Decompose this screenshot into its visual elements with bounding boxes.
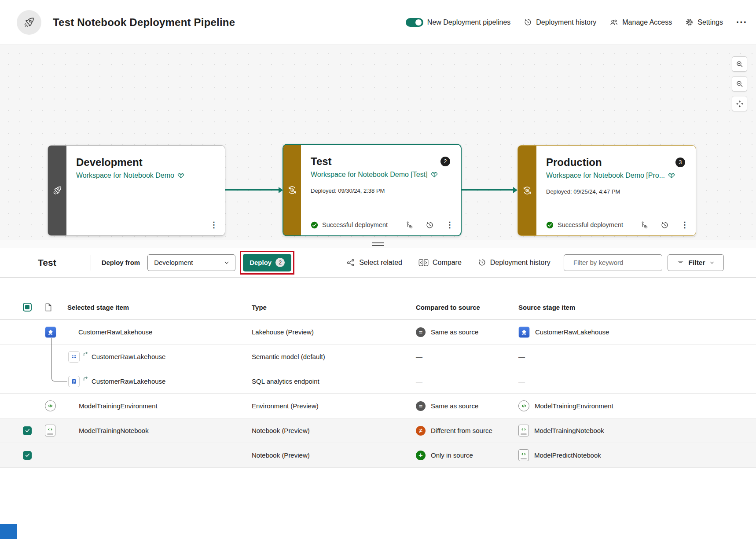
select-related-button[interactable]: Select related xyxy=(346,258,402,267)
check-icon xyxy=(25,428,30,433)
only-in-source-icon: + xyxy=(416,451,426,460)
compared-status: Same as source xyxy=(431,402,478,410)
header-actions: New Deployment pipelines Deployment hist… xyxy=(406,18,747,27)
pipeline-avatar xyxy=(17,10,41,35)
compared-status: — xyxy=(416,378,422,385)
sql-endpoint-icon xyxy=(68,376,80,387)
source-item-name: — xyxy=(518,378,525,385)
zoom-out-button[interactable] xyxy=(732,76,747,92)
stage-history-button[interactable] xyxy=(426,221,434,229)
compare-button[interactable]: Compare xyxy=(418,258,462,267)
notebook-icon xyxy=(45,425,55,436)
stage-card-test[interactable]: Test 2 Workspace for Notebook Demo [Test… xyxy=(283,144,462,236)
sync-icon xyxy=(287,185,297,195)
stage-rail-production xyxy=(518,146,536,235)
table-row[interactable]: — Notebook (Preview) + Only in source Mo… xyxy=(0,443,756,468)
history-clock-icon xyxy=(661,221,669,229)
flow-arrow-test-to-prod xyxy=(462,189,514,191)
fit-to-screen-button[interactable] xyxy=(732,96,747,111)
deploy-from-select[interactable]: Development xyxy=(147,254,235,271)
same-as-source-icon: = xyxy=(416,401,426,411)
deployed-timestamp: Deployed: 09/25/24, 4:47 PM xyxy=(546,188,689,195)
history-clock-icon xyxy=(524,18,532,26)
stage-card-footer: Successful deployment ⋮ xyxy=(301,214,461,235)
chevron-down-icon xyxy=(709,260,715,265)
fit-to-screen-icon xyxy=(736,100,744,108)
stage-rail-test xyxy=(283,145,301,235)
deploy-highlight-annotation: Deploy 2 xyxy=(240,251,294,275)
table-row[interactable]: CustomerRawLakehouse SQL analytics endpo… xyxy=(0,369,756,394)
stage-items-table: Selected stage item Type Compared to sou… xyxy=(0,278,756,468)
toolbar-divider xyxy=(91,255,91,271)
compare-icon xyxy=(418,258,429,267)
row-checkbox[interactable] xyxy=(23,451,32,460)
table-row[interactable]: ModelTrainingNotebook Notebook (Preview)… xyxy=(0,418,756,443)
col-source-stage-item: Source stage item xyxy=(518,304,756,311)
stage-history-button[interactable] xyxy=(661,221,669,229)
deployed-timestamp: Deployed: 09/30/24, 2:38 PM xyxy=(311,187,454,194)
deploy-from-label: Deploy from xyxy=(102,259,140,266)
gem-icon xyxy=(177,172,184,179)
stage-title: Development xyxy=(76,156,143,169)
deploy-pipeline-icon xyxy=(640,221,649,229)
document-icon xyxy=(45,303,52,312)
gear-icon xyxy=(685,18,694,26)
stage-deployment-history-button[interactable]: Deployment history xyxy=(478,258,550,267)
new-pipelines-toggle-group: New Deployment pipelines xyxy=(406,18,510,27)
child-link-arrow-icon xyxy=(83,352,88,356)
deploy-button[interactable]: Deploy 2 xyxy=(243,254,291,271)
workspace-link[interactable]: Workspace for Notebook Demo xyxy=(76,172,218,180)
item-type: Notebook (Preview) xyxy=(252,427,416,434)
table-row[interactable]: CustomerRawLakehouse Lakehouse (Preview)… xyxy=(0,320,756,345)
panel-splitter[interactable] xyxy=(0,240,756,248)
stage-more-button[interactable]: ⋮ xyxy=(210,221,218,229)
table-header-row: Selected stage item Type Compared to sou… xyxy=(0,295,756,320)
workspace-link[interactable]: Workspace for Notebook Demo [Pro... xyxy=(546,172,689,180)
zoom-in-button[interactable] xyxy=(732,56,747,72)
gem-icon xyxy=(668,172,675,179)
source-item-name: ModelPredictNotebook xyxy=(534,451,601,459)
table-row[interactable]: CustomerRawLakehouse Semantic model (def… xyxy=(0,345,756,369)
success-check-icon xyxy=(546,221,554,229)
stage-more-button[interactable]: ⋮ xyxy=(446,221,454,229)
selected-stage-heading: Test xyxy=(38,257,56,268)
success-check-icon xyxy=(311,221,318,229)
table-row[interactable]: ModelTrainingEnvironment Environment (Pr… xyxy=(0,394,756,418)
item-name: CustomerRawLakehouse xyxy=(92,378,165,385)
zoom-out-icon xyxy=(736,80,744,88)
manage-access-button[interactable]: Manage Access xyxy=(609,18,672,27)
child-link-arrow-icon xyxy=(83,376,88,381)
toggle-knob xyxy=(415,19,422,26)
stage-more-button[interactable]: ⋮ xyxy=(681,221,689,229)
more-options-button[interactable]: ··· xyxy=(736,18,747,27)
stage-card-production[interactable]: Production 3 Workspace for Notebook Demo… xyxy=(517,145,696,236)
sync-icon xyxy=(522,185,532,196)
item-name: ModelTrainingEnvironment xyxy=(79,402,158,410)
new-pipelines-toggle[interactable] xyxy=(406,18,423,27)
deployment-history-button[interactable]: Deployment history xyxy=(524,18,596,26)
select-all-checkbox[interactable] xyxy=(23,303,32,312)
zoom-in-icon xyxy=(736,60,744,68)
stage-item-count-badge: 3 xyxy=(675,158,685,167)
deploy-stage-button[interactable] xyxy=(405,221,414,229)
col-compared-to-source: Compared to source xyxy=(416,304,518,311)
keyword-filter-input[interactable] xyxy=(573,259,661,266)
stage-title: Test xyxy=(311,155,332,168)
keyword-filter-searchbox xyxy=(564,254,662,271)
deploy-pipeline-icon xyxy=(405,221,414,229)
deployment-status: Successful deployment xyxy=(322,221,388,228)
stage-card-footer: ⋮ xyxy=(66,214,225,235)
stage-card-development[interactable]: Development Workspace for Notebook Demo … xyxy=(48,145,225,236)
notebook-icon xyxy=(518,449,529,461)
chevron-down-icon xyxy=(224,260,230,266)
history-clock-icon xyxy=(426,221,434,229)
row-checkbox[interactable] xyxy=(23,426,32,435)
col-type: Type xyxy=(252,304,416,311)
deploy-stage-button[interactable] xyxy=(640,221,649,229)
pipeline-canvas[interactable]: Development Workspace for Notebook Demo … xyxy=(0,44,756,240)
workspace-link[interactable]: Workspace for Notebook Demo [Test] xyxy=(311,171,454,179)
compared-status: Only in source xyxy=(431,451,473,459)
settings-button[interactable]: Settings xyxy=(685,18,723,26)
item-type: SQL analytics endpoint xyxy=(252,378,416,385)
filter-button[interactable]: Filter xyxy=(668,254,724,271)
